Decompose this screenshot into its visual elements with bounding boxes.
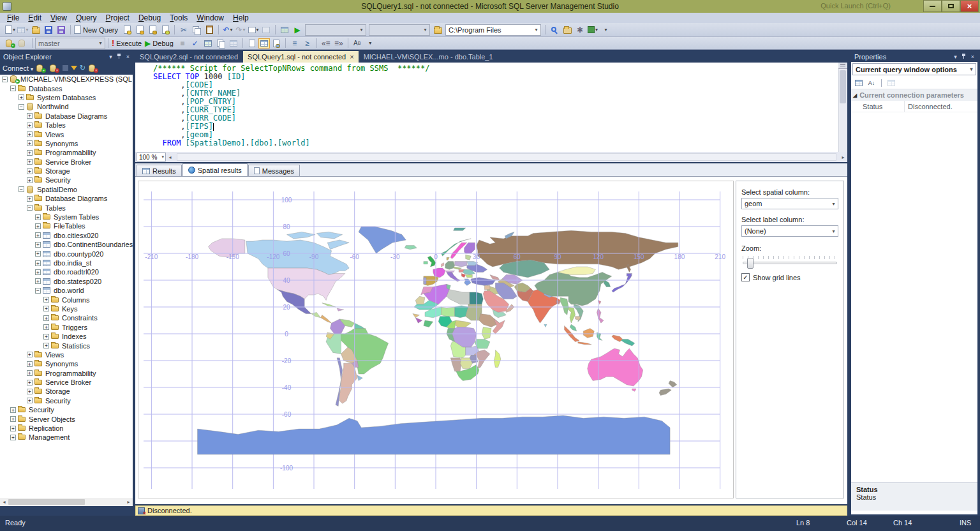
tree-item[interactable]: +Management <box>0 433 133 442</box>
tree-item[interactable]: +Triggers <box>0 323 133 332</box>
toolbar-overflow-button[interactable]: ▾ <box>600 24 611 36</box>
tab-sqlquery1[interactable]: SQLQuery1.sql - not connected× <box>243 51 359 63</box>
tree-item[interactable]: +System Tables <box>0 213 133 221</box>
sql-editor[interactable]: /****** Script for SelectTopNRows comman… <box>135 63 847 152</box>
tree-item[interactable]: +System Databases <box>0 93 133 102</box>
tree-expander-icon[interactable]: + <box>27 113 33 119</box>
stop-button[interactable]: ■ <box>177 38 188 49</box>
properties-close-icon[interactable]: × <box>971 54 974 60</box>
tree-expander-icon[interactable]: + <box>19 94 24 100</box>
tree-item[interactable]: +Server Objects <box>0 414 133 423</box>
tree-expander-icon[interactable]: + <box>43 324 49 330</box>
undo-button[interactable]: ↶▾ <box>222 24 234 36</box>
tree-item[interactable]: +Storage <box>0 167 133 176</box>
tree-item[interactable]: +dbo.countyp020 <box>0 249 133 258</box>
properties-pin-icon[interactable] <box>961 53 967 60</box>
show-grid-lines-checkbox[interactable]: ✓ <box>741 273 750 281</box>
scrollbar-thumb[interactable] <box>8 499 85 505</box>
browse-folder-icon[interactable] <box>432 24 443 36</box>
tree-expander-icon[interactable]: + <box>35 232 41 238</box>
intellisense-icon[interactable] <box>215 38 226 49</box>
tree-expander-icon[interactable]: + <box>27 370 33 376</box>
tree-expander-icon[interactable]: + <box>35 242 41 248</box>
sort-alphabetical-icon[interactable]: A↓ <box>866 78 877 88</box>
minimize-button[interactable] <box>923 0 942 12</box>
tree-item[interactable]: +Service Broker <box>0 158 133 167</box>
tree-expander-icon[interactable]: + <box>43 343 49 348</box>
uncomment-lines-button[interactable]: ≥ <box>302 38 313 49</box>
connect-db-button[interactable]: + <box>4 38 16 49</box>
tree-expander-icon[interactable]: + <box>43 306 49 311</box>
connect-dropdown-button[interactable]: Connect ▾ <box>3 64 33 72</box>
tree-item[interactable]: −Tables <box>0 203 133 212</box>
comment-lines-button[interactable]: ≡ <box>289 38 301 49</box>
editor-hscroll-left-icon[interactable]: ◂ <box>166 154 174 160</box>
path-combo[interactable]: C:\Program Files▾ <box>445 24 541 36</box>
available-databases-combo[interactable]: master▾ <box>35 38 105 49</box>
save-button[interactable] <box>43 24 54 36</box>
properties-position-icon[interactable]: ▾ <box>954 54 957 60</box>
tree-item[interactable]: +Database Diagrams <box>0 112 133 121</box>
tree-expander-icon[interactable]: + <box>27 380 33 385</box>
increase-indent-button[interactable]: ≡» <box>333 38 345 49</box>
tree-item[interactable]: +Indexes <box>0 332 133 341</box>
tree-expander-icon[interactable]: + <box>43 315 49 321</box>
find-objects-button[interactable] <box>549 24 560 36</box>
properties-header[interactable]: Properties ▾ × <box>851 51 977 62</box>
quick-launch-input[interactable]: Quick Launch (Ctrl+Q) <box>820 2 891 10</box>
properties-object-combo[interactable]: Current query window options▾ <box>852 63 976 75</box>
object-explorer-hscrollbar[interactable]: ◂ ▸ <box>0 498 133 506</box>
tree-expander-icon[interactable]: + <box>35 251 41 257</box>
tab-sqlquery2[interactable]: SQLQuery2.sql - not connected <box>135 51 242 63</box>
label-column-select[interactable]: (None)▾ <box>741 225 838 237</box>
specify-template-icon[interactable] <box>228 38 239 49</box>
spatial-column-select[interactable]: geom▾ <box>741 198 838 209</box>
tree-expander-icon[interactable]: + <box>27 352 33 357</box>
parse-button[interactable]: ✓ <box>189 38 201 49</box>
tree-expander-icon[interactable]: + <box>35 223 41 229</box>
window-position-icon[interactable]: ▾ <box>109 54 112 60</box>
property-row-status[interactable]: Status Disconnected. <box>851 101 977 112</box>
tab-messages[interactable]: Messages <box>248 165 300 176</box>
categorized-icon[interactable] <box>853 78 865 88</box>
activity-monitor-icon[interactable] <box>279 24 290 36</box>
tools-button[interactable]: ✱ <box>574 24 586 36</box>
tree-item[interactable]: −SpatialDemo <box>0 185 133 194</box>
tree-expander-icon[interactable]: + <box>10 426 16 431</box>
tree-item[interactable]: +Security <box>0 405 133 414</box>
zoom-slider[interactable] <box>743 262 837 264</box>
menu-item-view[interactable]: View <box>46 13 71 22</box>
disconnect-server-icon[interactable]: × <box>49 64 58 72</box>
tree-expander-icon[interactable]: + <box>35 269 41 275</box>
toolbar-combo-1[interactable]: ▾ <box>305 24 366 36</box>
tree-item[interactable]: +Storage <box>0 387 133 396</box>
menu-item-debug[interactable]: Debug <box>134 13 165 22</box>
tree-expander-icon[interactable]: + <box>27 150 33 156</box>
tree-expander-icon[interactable]: + <box>10 407 16 413</box>
tree-expander-icon[interactable]: + <box>10 416 16 422</box>
tree-item[interactable]: −Databases <box>0 84 133 93</box>
filter-icon[interactable] <box>71 66 77 70</box>
tree-expander-icon[interactable]: + <box>43 334 49 340</box>
tree-item[interactable]: −Northwind <box>0 102 133 111</box>
tree-item[interactable]: +Programmability <box>0 369 133 378</box>
view-options-button[interactable]: ▾ <box>587 24 598 36</box>
tree-expander-icon[interactable]: − <box>2 77 8 82</box>
close-panel-icon[interactable]: × <box>126 54 130 60</box>
close-button[interactable]: × <box>960 0 979 12</box>
mdx-query-icon[interactable] <box>147 24 158 36</box>
menu-item-edit[interactable]: Edit <box>24 13 46 22</box>
tree-expander-icon[interactable]: + <box>35 214 41 220</box>
tree-item[interactable]: +Keys <box>0 304 133 313</box>
navigate-forward-button[interactable] <box>260 24 272 36</box>
tree-item[interactable]: +Statistics <box>0 341 133 350</box>
tree-item[interactable]: +Columns <box>0 295 133 304</box>
toolbar-combo-2[interactable]: ▾ <box>369 24 430 36</box>
editor-splitter-grip[interactable] <box>838 63 847 69</box>
tree-item[interactable]: +Replication <box>0 424 133 433</box>
tree-item[interactable]: +dbo.ContinentBoundaries <box>0 240 133 249</box>
menu-item-query[interactable]: Query <box>71 13 101 22</box>
category-collapse-icon[interactable]: ◢ <box>853 93 857 98</box>
specify-values-button[interactable]: AB <box>352 38 363 49</box>
tab-spatial-results[interactable]: Spatial results <box>182 163 248 176</box>
